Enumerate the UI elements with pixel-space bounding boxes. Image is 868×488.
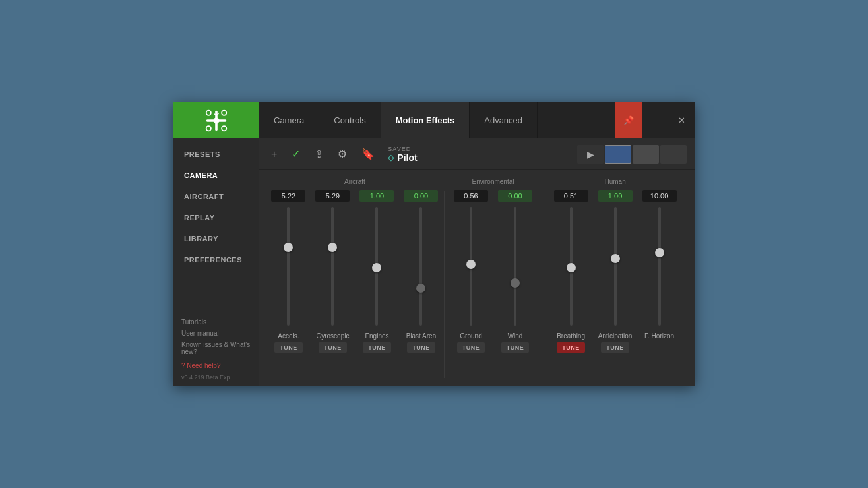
ground-value: 0.56 [454,190,488,202]
engines-tune-btn[interactable]: TUNE [363,342,391,353]
preview-thumb-3[interactable] [660,145,687,164]
slider-engines: 1.00 Engines TUNE [356,190,398,353]
blast-area-track[interactable] [419,207,422,326]
blast-area-value: 0.00 [404,190,438,202]
blast-area-label: Blast Area [406,332,437,340]
breathing-thumb[interactable] [567,263,576,272]
breathing-track[interactable] [570,207,573,326]
accels-label: Accels. [278,332,299,340]
check-button[interactable]: ✓ [288,145,304,163]
engines-value: 1.00 [359,190,394,202]
f-horizon-value: 10.00 [642,190,677,202]
drone-icon [204,109,228,133]
accels-thumb[interactable] [284,243,293,252]
close-button[interactable]: ✕ [668,102,695,138]
tutorials-link[interactable]: Tutorials [181,317,251,328]
slider-anticipation: 1.00 Anticipation TUNE [594,190,636,353]
preview-thumb-1[interactable] [605,145,631,164]
anticipation-thumb[interactable] [611,254,620,263]
need-help-link[interactable]: ? Need help? [181,360,251,371]
wind-tune-btn[interactable]: TUNE [501,342,530,353]
share-button[interactable]: ⇪ [311,145,327,163]
sliders-container: Aircraft 5.22 Accels. TUNE [259,170,695,386]
engines-track[interactable] [375,207,378,326]
accels-track[interactable] [287,207,290,326]
saved-label: SAVED [388,146,417,152]
bookmark-button[interactable]: 🔖 [357,145,379,163]
gyroscopic-thumb[interactable] [328,243,337,252]
tab-motion-effects[interactable]: Motion Effects [381,102,470,138]
user-manual-link[interactable]: User manual [181,328,251,339]
sidebar-item-library[interactable]: LIBRARY [173,228,259,249]
svg-point-4 [222,110,226,115]
slider-blast-area: 0.00 Blast Area TUNE [400,190,443,353]
svg-point-2 [214,117,220,123]
wind-value: 0.00 [498,190,532,202]
tab-controls[interactable]: Controls [319,102,381,138]
sidebar-item-presets[interactable]: PRESETS [173,144,259,165]
engines-thumb[interactable] [372,263,381,272]
human-group: Human 0.51 Breathing TUNE [542,178,688,353]
anticipation-tune-btn[interactable]: TUNE [601,342,629,353]
slider-accels: 5.22 Accels. TUNE [267,190,310,353]
minimize-button[interactable]: — [642,102,668,138]
sidebar-bottom: Tutorials User manual Known issues & Wha… [173,311,259,386]
blast-area-tune-btn[interactable]: TUNE [407,342,435,353]
tab-advanced[interactable]: Advanced [470,102,538,138]
blast-area-thumb[interactable] [416,284,425,293]
known-issues-link[interactable]: Known issues & What's new? [181,339,251,357]
aircraft-group: Aircraft 5.22 Accels. TUNE [266,178,444,353]
svg-point-6 [222,126,226,131]
aircraft-sliders: 5.22 Accels. TUNE 5.29 [267,190,443,353]
pin-button[interactable]: 📌 [615,102,642,138]
preview-play[interactable]: ▶ [577,145,604,164]
human-sliders: 0.51 Breathing TUNE 1.00 [549,190,681,353]
sidebar: PRESETS CAMERA AIRCRAFT REPLAY LIBRARY P… [173,102,259,386]
slider-breathing: 0.51 Breathing TUNE [549,190,592,353]
human-label: Human [604,178,625,185]
anticipation-label: Anticipation [598,332,633,340]
slider-groups: Aircraft 5.22 Accels. TUNE [266,178,688,378]
anticipation-track[interactable] [614,207,617,326]
accels-value: 5.22 [271,190,305,202]
f-horizon-track[interactable] [658,207,661,326]
wind-thumb[interactable] [511,278,520,288]
sidebar-item-camera[interactable]: CAMERA [173,165,259,186]
breathing-tune-btn[interactable]: TUNE [557,342,585,353]
add-button[interactable]: + [267,146,281,163]
engines-label: Engines [365,332,388,340]
gyroscopic-tune-btn[interactable]: TUNE [319,342,347,353]
app-window: PRESETS CAMERA AIRCRAFT REPLAY LIBRARY P… [173,102,695,386]
ground-thumb[interactable] [466,260,476,269]
environmental-sliders: 0.56 Ground TUNE 0.00 [450,190,537,353]
sidebar-item-preferences[interactable]: PREFERENCES [173,249,259,270]
settings-button[interactable]: ⚙ [334,145,351,163]
profile-area: SAVED ◇ Pilot [388,146,417,163]
gyroscopic-track[interactable] [331,207,334,326]
ground-label: Ground [460,332,481,340]
tab-camera[interactable]: Camera [259,102,319,138]
wind-track[interactable] [514,207,516,326]
preview-thumb-2[interactable] [633,145,659,164]
sidebar-nav: PRESETS CAMERA AIRCRAFT REPLAY LIBRARY P… [173,138,259,311]
wind-label: Wind [508,332,523,340]
f-horizon-thumb[interactable] [655,248,664,257]
ground-track[interactable] [470,207,472,326]
svg-point-5 [206,126,211,131]
sidebar-item-aircraft[interactable]: AIRCRAFT [173,186,259,207]
breathing-label: Breathing [557,332,585,340]
profile-name: ◇ Pilot [388,152,417,163]
window-controls: 📌 — ✕ [615,102,695,138]
sidebar-logo [173,102,259,138]
ground-tune-btn[interactable]: TUNE [457,342,485,353]
preview-icons: ▶ [577,145,687,164]
anticipation-value: 1.00 [598,190,633,202]
tab-bar: Camera Controls Motion Effects Advanced … [259,102,695,138]
toolbar: + ✓ ⇪ ⚙ 🔖 SAVED ◇ Pilot ▶ [259,138,695,170]
environmental-label: Environmental [472,178,514,185]
slider-ground: 0.56 Ground TUNE [450,190,493,353]
svg-point-3 [206,110,211,115]
accels-tune-btn[interactable]: TUNE [274,342,303,353]
sidebar-item-replay[interactable]: REPLAY [173,207,259,228]
profile-name-text: Pilot [397,152,417,163]
